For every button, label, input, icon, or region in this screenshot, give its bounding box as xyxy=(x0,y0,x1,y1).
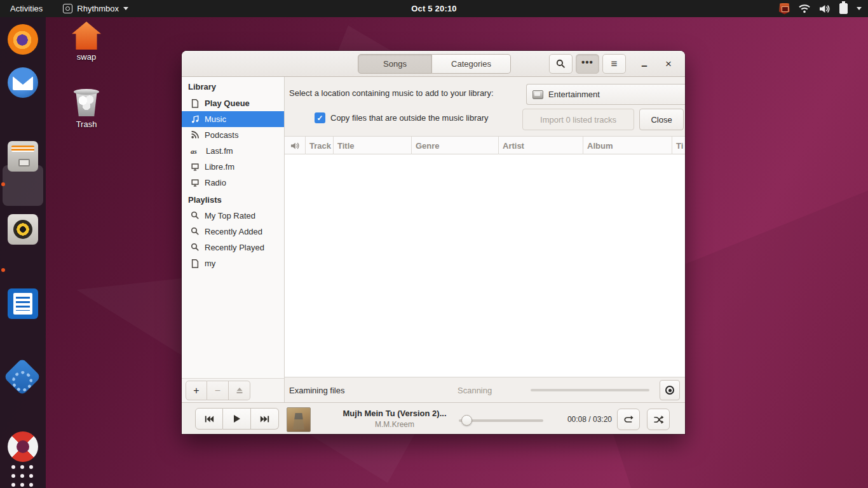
lastfm-icon: ɑs xyxy=(191,147,201,155)
dock-help-icon[interactable] xyxy=(8,431,38,462)
minimize-button[interactable]: – xyxy=(634,54,654,74)
tab-songs[interactable]: Songs xyxy=(358,54,432,74)
dock-files-icon[interactable] xyxy=(8,141,38,172)
location-value: Entertainment xyxy=(548,90,600,99)
scan-progress-bar xyxy=(531,389,649,391)
check-icon: ✓ xyxy=(316,114,323,123)
copy-files-checkbox[interactable]: ✓ xyxy=(315,112,325,123)
sidebar-toolbar: + − xyxy=(182,378,284,402)
sidebar-item-my[interactable]: my xyxy=(182,255,284,271)
playback-time: 00:08 / 03:20 xyxy=(553,415,612,424)
trash-icon xyxy=(72,89,100,117)
column-header-track[interactable]: Track xyxy=(306,137,334,154)
sidebar-item-recently-added[interactable]: Recently Added xyxy=(182,224,284,240)
repeat-button[interactable] xyxy=(617,409,640,430)
show-applications-button[interactable] xyxy=(11,465,34,488)
dock-libreoffice-writer-icon[interactable] xyxy=(8,288,38,319)
ellipsis-icon: ••• xyxy=(581,57,593,67)
eject-icon xyxy=(235,386,244,395)
volume-icon[interactable] xyxy=(819,4,831,14)
security-tray-icon[interactable] xyxy=(779,3,790,15)
desktop-icon-swap[interactable]: swap xyxy=(58,22,115,62)
import-panel: Select a location containing music to ad… xyxy=(285,77,685,136)
stop-scan-button[interactable] xyxy=(660,380,680,400)
wifi-icon[interactable] xyxy=(799,4,810,13)
rss-icon xyxy=(191,130,200,140)
app-menu-hamburger-button[interactable]: ≡ xyxy=(602,54,626,74)
document-icon xyxy=(191,259,200,268)
playlists-section-header: Playlists xyxy=(182,191,284,208)
transport-controls xyxy=(195,408,279,430)
record-icon xyxy=(665,386,674,395)
dock-system-tools-icon[interactable] xyxy=(3,358,41,395)
shuffle-icon xyxy=(653,415,664,424)
column-header-title[interactable]: Title xyxy=(334,137,412,154)
main-content: Select a location containing music to ad… xyxy=(285,77,685,402)
seek-slider[interactable] xyxy=(459,419,543,422)
library-section-header: Library xyxy=(182,77,284,95)
desktop-icon-trash[interactable]: Trash xyxy=(58,89,115,129)
import-tracks-button[interactable]: Import 0 listed tracks xyxy=(522,109,634,130)
location-chooser-button[interactable]: Entertainment xyxy=(526,84,685,105)
column-header-artist[interactable]: Artist xyxy=(499,137,583,154)
next-track-button[interactable] xyxy=(251,408,279,430)
next-icon xyxy=(260,415,270,423)
minus-icon: − xyxy=(215,385,220,396)
sidebar-item-podcasts[interactable]: Podcasts xyxy=(182,127,284,143)
track-table-header: Track Title Genre Artist Album Ti xyxy=(285,136,685,154)
close-window-button[interactable]: × xyxy=(658,54,679,74)
play-icon xyxy=(233,414,241,423)
seek-slider-handle[interactable] xyxy=(461,415,472,426)
dock-firefox-icon[interactable] xyxy=(8,24,38,55)
track-title: Mujh Mein Tu (Version 2)... xyxy=(315,409,474,418)
column-header-album[interactable]: Album xyxy=(583,137,672,154)
music-notes-icon xyxy=(191,114,200,124)
sidebar-item-music[interactable]: Music xyxy=(182,111,284,127)
dock-thunderbird-icon[interactable] xyxy=(8,67,38,98)
track-artist: M.M.Kreem xyxy=(315,420,474,429)
location-label: Select a location containing music to ad… xyxy=(289,88,494,98)
magnifier-icon xyxy=(191,211,200,220)
shuffle-button[interactable] xyxy=(647,409,670,430)
view-toggle-group: Songs Categories xyxy=(358,54,511,74)
top-bar: Activities Rhythmbox Oct 5 20:10 xyxy=(0,0,868,17)
add-playlist-button[interactable]: + xyxy=(186,381,207,400)
close-icon: × xyxy=(665,58,672,71)
sidebar-item-recently-played[interactable]: Recently Played xyxy=(182,240,284,255)
minimize-icon: – xyxy=(641,60,647,72)
column-header-genre[interactable]: Genre xyxy=(412,137,499,154)
radio-icon xyxy=(191,178,200,187)
hamburger-icon: ≡ xyxy=(611,58,618,71)
copy-files-label: Copy files that are outside the music li… xyxy=(330,113,489,123)
sidebar-item-radio[interactable]: Radio xyxy=(182,175,284,191)
search-button[interactable] xyxy=(549,54,573,74)
eject-button[interactable] xyxy=(229,381,250,400)
status-bar: Examining files Scanning xyxy=(285,377,685,402)
play-button[interactable] xyxy=(223,408,251,430)
desktop-icon-label: Trash xyxy=(58,119,115,129)
search-icon xyxy=(556,59,566,69)
plus-icon: + xyxy=(193,385,199,396)
clock[interactable]: Oct 5 20:10 xyxy=(0,0,868,17)
album-art[interactable] xyxy=(287,407,311,432)
previous-track-button[interactable] xyxy=(195,408,223,430)
battery-icon[interactable] xyxy=(839,3,848,14)
radio-icon xyxy=(191,162,200,172)
close-import-button[interactable]: Close xyxy=(639,109,684,130)
tab-categories[interactable]: Categories xyxy=(432,54,511,74)
dock xyxy=(0,17,46,488)
system-menu-chevron-icon[interactable] xyxy=(857,7,862,10)
now-playing-column-header[interactable] xyxy=(285,137,306,154)
column-header-time[interactable]: Ti xyxy=(672,137,685,154)
more-options-button[interactable]: ••• xyxy=(576,54,599,74)
sidebar-item-my-top-rated[interactable]: My Top Rated xyxy=(182,208,284,224)
track-list-empty[interactable] xyxy=(285,154,685,377)
sidebar-item-play-queue[interactable]: Play Queue xyxy=(182,95,284,111)
sidebar-item-librefm[interactable]: Libre.fm xyxy=(182,159,284,175)
running-indicator-dot xyxy=(1,268,5,272)
remove-playlist-button[interactable]: − xyxy=(207,381,229,400)
dock-rhythmbox-icon[interactable] xyxy=(8,214,38,245)
sidebar-item-lastfm[interactable]: ɑs Last.fm xyxy=(182,143,284,159)
header-bar[interactable]: Songs Categories ••• ≡ – × xyxy=(182,51,685,77)
desktop-icon-label: swap xyxy=(58,52,115,62)
